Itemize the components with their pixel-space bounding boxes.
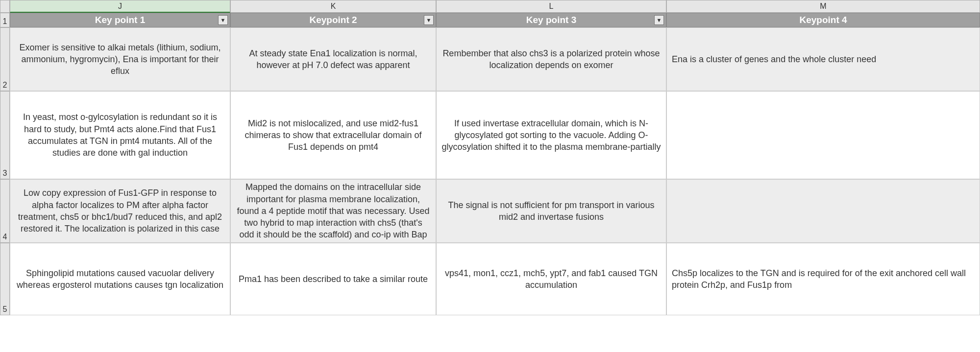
- header-label: Key point 1: [95, 15, 145, 25]
- spreadsheet-grid: J K L M 1 Key point 1 ▼ Keypoint 2 ▼ Key…: [0, 0, 980, 315]
- row-header-2[interactable]: 2: [0, 27, 10, 91]
- header-label: Key point 3: [526, 15, 576, 25]
- filter-button[interactable]: ▼: [218, 15, 228, 25]
- column-header-L[interactable]: L: [436, 0, 666, 13]
- header-keypoint-3[interactable]: Key point 3 ▼: [436, 13, 666, 27]
- filter-button[interactable]: ▼: [654, 15, 664, 25]
- row-header-1[interactable]: 1: [0, 13, 10, 27]
- cell-J4[interactable]: Low copy expression of Fus1-GFP in respo…: [10, 179, 230, 243]
- chevron-down-icon: ▼: [220, 17, 226, 23]
- column-header-K[interactable]: K: [230, 0, 436, 13]
- column-header-M[interactable]: M: [666, 0, 980, 13]
- header-keypoint-1[interactable]: Key point 1 ▼: [10, 13, 230, 27]
- cell-L4[interactable]: The signal is not sufficient for pm tran…: [436, 179, 666, 243]
- header-label: Keypoint 2: [309, 15, 357, 25]
- cell-J2[interactable]: Exomer is sensitive to alkai metals (lit…: [10, 27, 230, 91]
- filter-button[interactable]: ▼: [424, 15, 434, 25]
- row-header-5[interactable]: 5: [0, 243, 10, 315]
- header-keypoint-2[interactable]: Keypoint 2 ▼: [230, 13, 436, 27]
- cell-K5[interactable]: Pma1 has been described to take a simila…: [230, 243, 436, 315]
- chevron-down-icon: ▼: [426, 17, 432, 23]
- cell-M4[interactable]: [666, 179, 980, 243]
- cell-M3[interactable]: [666, 91, 980, 179]
- header-keypoint-4[interactable]: Keypoint 4: [666, 13, 980, 27]
- cell-J3[interactable]: In yeast, most o-gylcosylation is redund…: [10, 91, 230, 179]
- cell-L2[interactable]: Rembember that also chs3 is a polarized …: [436, 27, 666, 91]
- cell-M2[interactable]: Ena is a cluster of genes and the whole …: [666, 27, 980, 91]
- cell-J5[interactable]: Sphingolipid mutations caused vacuolar d…: [10, 243, 230, 315]
- select-all-corner[interactable]: [0, 0, 10, 13]
- cell-K2[interactable]: At steady state Ena1 localization is nor…: [230, 27, 436, 91]
- column-header-J[interactable]: J: [10, 0, 230, 13]
- row-header-3[interactable]: 3: [0, 91, 10, 179]
- cell-L3[interactable]: If used invertase extracellular domain, …: [436, 91, 666, 179]
- header-label: Keypoint 4: [799, 15, 847, 25]
- cell-L5[interactable]: vps41, mon1, ccz1, mch5, ypt7, and fab1 …: [436, 243, 666, 315]
- cell-K4[interactable]: Mapped the domains on the intracellular …: [230, 179, 436, 243]
- cell-K3[interactable]: Mid2 is not mislocalized, and use mid2-f…: [230, 91, 436, 179]
- cell-M5[interactable]: Chs5p localizes to the TGN and is requir…: [666, 243, 980, 315]
- chevron-down-icon: ▼: [657, 17, 662, 23]
- row-header-4[interactable]: 4: [0, 179, 10, 243]
